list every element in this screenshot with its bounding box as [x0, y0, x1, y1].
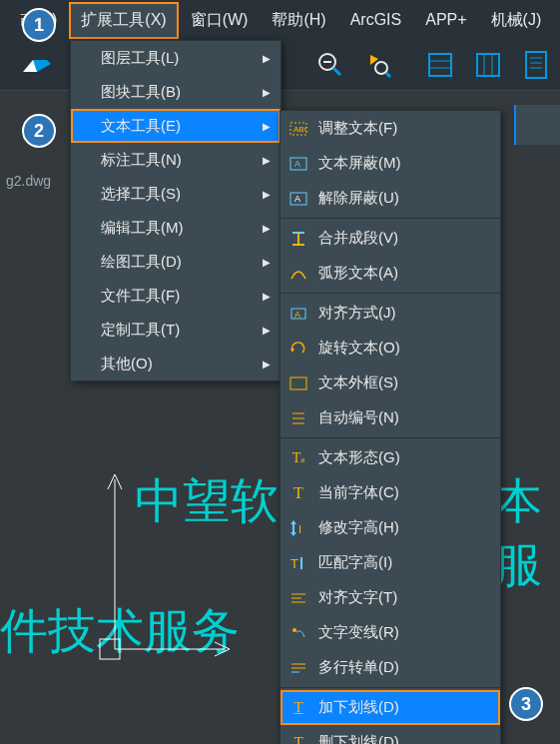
submenu-text-mask[interactable]: A文本屏蔽(M): [280, 146, 500, 181]
svg-rect-16: [526, 52, 546, 78]
rotate-text-icon: [288, 339, 308, 359]
extension-tools-menu: 图层工具(L)▶ 图块工具(B)▶ 文本工具(E)▶ 标注工具(N)▶ 选择工具…: [70, 40, 281, 381]
submenu-change-height[interactable]: I修改字高(H): [280, 510, 500, 545]
menu-item-select-tools[interactable]: 选择工具(S)▶: [71, 177, 280, 211]
multi-to-single-icon: [288, 658, 308, 678]
menu-window[interactable]: 窗口(W): [179, 2, 261, 39]
text-unmask-icon: A: [288, 189, 308, 209]
svg-text:A: A: [294, 310, 300, 320]
svg-marker-37: [290, 520, 296, 524]
menu-mechanical[interactable]: 机械(J): [479, 2, 554, 39]
submenu-adjust-text[interactable]: ABC调整文本(F): [280, 111, 500, 146]
menu-item-others[interactable]: 其他(O)▶: [71, 347, 280, 380]
merge-icon: [288, 229, 308, 249]
svg-marker-31: [290, 349, 294, 353]
menu-help[interactable]: 帮助(H): [260, 2, 337, 39]
text-tools-submenu: ABC调整文本(F) A文本屏蔽(M) A解除屏蔽(U) 合并成段(V) 弧形文…: [280, 110, 501, 744]
svg-line-7: [333, 68, 340, 75]
menu-item-text-tools[interactable]: 文本工具(E)▶: [71, 109, 280, 143]
svg-text:ABC: ABC: [293, 125, 307, 134]
right-panel-stub: [514, 105, 560, 145]
submenu-match-height[interactable]: T匹配字高(I): [280, 545, 500, 580]
add-underline-icon: T: [288, 698, 308, 718]
svg-line-9: [386, 73, 390, 77]
text-frame-icon: [288, 373, 308, 393]
menu-item-block-tools[interactable]: 图块工具(B)▶: [71, 75, 280, 109]
svg-rect-32: [290, 377, 306, 389]
text-shape-icon: Ta: [288, 448, 308, 468]
text-mask-icon: A: [288, 154, 308, 174]
menu-bar: 改(Y) 扩展工具(X) 窗口(W) 帮助(H) ArcGIS APP+ 机械(…: [0, 0, 560, 40]
submenu-rotate-text[interactable]: 旋转文本(O): [280, 331, 500, 366]
svg-text:I: I: [298, 523, 301, 535]
menu-extension-tools[interactable]: 扩展工具(X): [69, 2, 178, 39]
panel-columns-icon[interactable]: [468, 45, 508, 85]
del-underline-icon: T: [288, 733, 308, 745]
zoom-minus-icon[interactable]: [310, 45, 350, 85]
zoom-previous-icon[interactable]: [358, 45, 398, 85]
align-mode-icon: A: [288, 304, 308, 324]
submenu-align-text[interactable]: 对齐文字(T): [280, 580, 500, 615]
svg-point-8: [375, 62, 387, 74]
submenu-text-frame[interactable]: 文本外框(S): [280, 366, 500, 400]
submenu-text-to-lines[interactable]: 文字变线(R): [280, 615, 500, 650]
svg-text:A: A: [294, 159, 300, 169]
menu-item-layer-tools[interactable]: 图层工具(L)▶: [71, 41, 280, 75]
auto-number-icon: [288, 408, 308, 428]
submenu-del-underline[interactable]: T删下划线(D): [280, 725, 500, 744]
submenu-merge-paragraph[interactable]: 合并成段(V): [280, 221, 500, 256]
submenu-multi-to-single[interactable]: 多行转单(D): [280, 650, 500, 685]
current-font-icon: T: [288, 483, 308, 503]
annotation-step-1: 1: [22, 8, 56, 42]
panel-grid-icon[interactable]: [420, 45, 460, 85]
submenu-current-font[interactable]: T当前字体(C): [280, 475, 500, 510]
menu-arcgis[interactable]: ArcGIS: [338, 3, 414, 37]
canvas-text: 本服: [494, 469, 560, 597]
submenu-add-underline[interactable]: T加下划线(D): [280, 690, 500, 725]
annotation-step-3: 3: [509, 687, 543, 721]
menu-item-dim-tools[interactable]: 标注工具(N)▶: [71, 143, 280, 177]
arc-text-icon: [288, 264, 308, 284]
change-height-icon: I: [288, 518, 308, 538]
menu-app-plus[interactable]: APP+: [413, 3, 478, 37]
match-height-icon: T: [288, 553, 308, 573]
menu-item-draw-tools[interactable]: 绘图工具(D)▶: [71, 245, 280, 279]
svg-text:A: A: [294, 194, 300, 204]
document-tab[interactable]: g2.dwg: [0, 170, 57, 192]
submenu-text-shape[interactable]: Ta文本形态(G): [280, 440, 500, 475]
submenu-align-mode[interactable]: A对齐方式(J): [280, 296, 500, 331]
svg-text:T: T: [290, 556, 298, 571]
align-text-icon: [288, 588, 308, 608]
eraser-tool-icon[interactable]: [10, 45, 60, 85]
svg-rect-10: [429, 54, 451, 76]
svg-marker-38: [290, 532, 296, 536]
svg-point-45: [292, 628, 296, 632]
adjust-text-icon: ABC: [288, 119, 308, 139]
annotation-step-2: 2: [22, 114, 56, 148]
submenu-text-unmask[interactable]: A解除屏蔽(U): [280, 181, 500, 216]
submenu-arc-text[interactable]: 弧形文本(A): [280, 256, 500, 291]
menu-item-custom-tools[interactable]: 定制工具(T)▶: [71, 313, 280, 347]
text-to-lines-icon: [288, 623, 308, 643]
svg-rect-13: [477, 54, 499, 76]
menu-item-file-tools[interactable]: 文件工具(F)▶: [71, 279, 280, 313]
panel-sheet-icon[interactable]: [516, 45, 556, 85]
menu-item-edit-tools[interactable]: 编辑工具(M)▶: [71, 211, 280, 245]
submenu-auto-number[interactable]: 自动编号(N): [280, 400, 500, 435]
ucs-axes-icon: [75, 449, 245, 669]
